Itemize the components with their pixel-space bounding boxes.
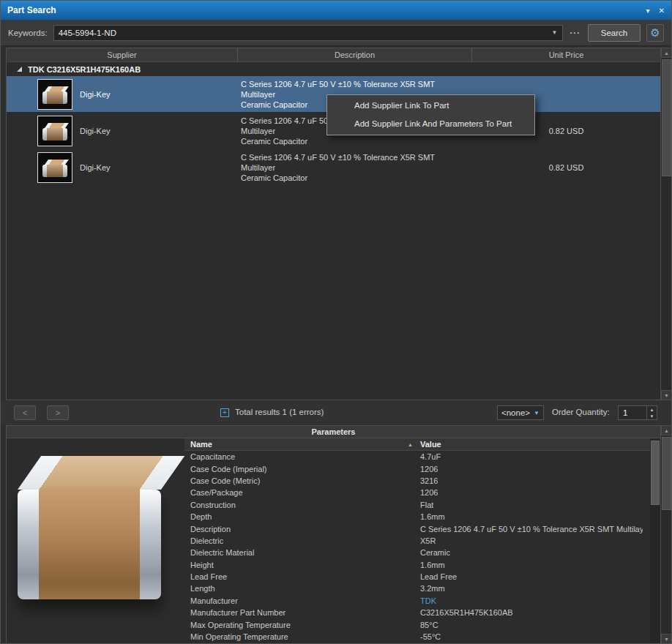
spin-up-icon[interactable]: ▲ xyxy=(647,406,657,413)
parameter-row[interactable]: Case Code (Imperial) 1206 xyxy=(184,463,650,474)
keywords-dropdown-icon[interactable]: ▼ xyxy=(552,29,558,36)
results-status-bar: < > + Total results 1 (1 errors) <none> … xyxy=(1,400,671,425)
settings-button[interactable]: ⚙ xyxy=(646,24,664,42)
menu-item-add-supplier-link-and-parameters[interactable]: Add Supplier Link And Parameters To Part xyxy=(327,115,534,133)
parameter-row[interactable]: Construction Flat xyxy=(184,499,650,511)
expand-results-icon[interactable]: + xyxy=(220,408,229,417)
context-menu: Add Supplier Link To Part Add Supplier L… xyxy=(326,94,535,135)
scroll-up-icon[interactable]: ▲ xyxy=(661,425,672,435)
close-icon[interactable]: ✕ xyxy=(659,7,665,15)
parameter-row[interactable]: Capacitance 4.7uF xyxy=(184,451,650,463)
part-search-panel: Part Search ▾ ✕ Keywords: 445-5994-1-ND … xyxy=(0,0,672,644)
parameter-row[interactable]: Manufacturer Part Number C3216X5R1H475K1… xyxy=(184,607,650,618)
keywords-input[interactable]: 445-5994-1-ND ▼ xyxy=(53,25,563,41)
description-line2: Ceramic Capacitor xyxy=(241,173,469,183)
panel-title: Part Search xyxy=(7,5,56,15)
supplier-name: Digi-Key xyxy=(80,90,111,99)
order-quantity-label: Order Quantity: xyxy=(552,408,610,416)
parameters-title: Parameters xyxy=(312,427,356,436)
parameter-row[interactable]: Description C Series 1206 4.7 uF 50 V ±1… xyxy=(184,523,650,534)
prev-icon: < xyxy=(23,408,27,417)
prev-page-button[interactable]: < xyxy=(14,405,36,420)
next-icon: > xyxy=(56,408,60,417)
column-header-unit-price[interactable]: Unit Price xyxy=(472,48,660,61)
search-toolbar: Keywords: 445-5994-1-ND ▼ ··· Search ⚙ xyxy=(1,20,671,46)
supplier-name: Digi-Key xyxy=(80,127,111,135)
parameters-scrollbar-thumb[interactable] xyxy=(651,441,660,505)
order-quantity-value: 1 xyxy=(619,406,646,419)
panel-menu-icon[interactable]: ▾ xyxy=(646,7,650,15)
parameter-row[interactable]: Length 3.2mm xyxy=(184,583,650,594)
parameter-row[interactable]: Max Operating Temperature 85°C xyxy=(184,618,650,630)
total-results-text: Total results 1 (1 errors) xyxy=(235,408,324,416)
parameters-outer-scrollbar[interactable]: ▲ ▼ xyxy=(661,425,672,644)
parameter-row[interactable]: Min Operating Temperature -55°C xyxy=(184,631,650,643)
parameters-scrollbar[interactable] xyxy=(650,438,660,644)
keywords-label: Keywords: xyxy=(8,29,48,37)
filter-dropdown-value: <none> xyxy=(501,408,530,417)
part-thumbnail-image xyxy=(37,79,72,110)
keywords-value: 445-5994-1-ND xyxy=(59,29,116,37)
table-row[interactable]: Digi-Key C Series 1206 4.7 uF 50 V ±10 %… xyxy=(7,149,660,186)
scroll-down-icon[interactable]: ▼ xyxy=(661,634,672,644)
parameter-row[interactable]: Case Code (Metric) 3216 xyxy=(184,475,650,487)
part-preview-image xyxy=(7,438,184,644)
parameters-table-header: Name ▲ Value xyxy=(184,438,650,451)
chevron-down-icon: ▼ xyxy=(534,410,540,416)
part-thumbnail-image xyxy=(37,152,72,183)
parameter-row[interactable]: Manufacturer TDK xyxy=(184,595,650,607)
parameter-row[interactable]: Depth 1.6mm xyxy=(184,511,650,523)
column-header-value[interactable]: Value xyxy=(419,440,441,449)
parameters-table: Name ▲ Value Capacitance 4.7uF Case Code… xyxy=(184,438,650,643)
unit-price: 0.82 USD xyxy=(472,149,660,185)
description-line2: Ceramic Capacitor xyxy=(241,136,469,146)
description-line1: C Series 1206 4.7 uF 50 V ±10 % Toleranc… xyxy=(241,152,469,173)
filter-dropdown[interactable]: <none> ▼ xyxy=(497,405,544,420)
parameter-row[interactable]: Dielectric X5R xyxy=(184,535,650,547)
result-group-row[interactable]: TDK C3216X5R1H475K160AB xyxy=(7,62,660,76)
more-options-button[interactable]: ··· xyxy=(569,29,583,37)
results-header-row: Supplier Description Unit Price xyxy=(7,48,660,62)
parameter-row[interactable]: Dielectric Material Ceramic xyxy=(184,547,650,558)
parameters-section-header: Parameters xyxy=(6,425,661,438)
parameters-section: Name ▲ Value Capacitance 4.7uF Case Code… xyxy=(6,438,661,644)
parameter-row[interactable]: Case/Package 1206 xyxy=(184,487,650,498)
scroll-down-icon[interactable]: ▼ xyxy=(661,390,672,400)
sort-ascending-icon: ▲ xyxy=(408,442,413,447)
title-bar: Part Search ▾ ✕ xyxy=(1,1,671,20)
group-label: TDK C3216X5R1H475K160AB xyxy=(28,65,141,74)
parameter-row[interactable]: Lead Free Lead Free xyxy=(184,571,650,583)
menu-item-add-supplier-link[interactable]: Add Supplier Link To Part xyxy=(327,97,534,115)
capacitor-front-face xyxy=(18,490,161,599)
parameter-row[interactable]: Height 1.6mm xyxy=(184,559,650,571)
group-expanded-icon[interactable] xyxy=(17,67,22,72)
manufacturer-link[interactable]: TDK xyxy=(419,596,436,605)
column-header-name[interactable]: Name ▲ xyxy=(184,438,419,450)
results-scrollbar[interactable]: ▲ ▼ xyxy=(661,48,672,400)
gear-icon: ⚙ xyxy=(650,26,660,40)
search-button[interactable]: Search xyxy=(588,24,641,42)
column-header-supplier[interactable]: Supplier xyxy=(7,48,238,61)
capacitor-top-face xyxy=(18,456,184,490)
scroll-up-icon[interactable]: ▲ xyxy=(661,48,672,58)
spin-down-icon[interactable]: ▼ xyxy=(647,413,657,419)
parameters-outer-scrollbar-thumb[interactable] xyxy=(662,437,671,510)
results-scrollbar-thumb[interactable] xyxy=(662,59,671,176)
order-quantity-stepper[interactable]: 1 ▲ ▼ xyxy=(618,405,657,420)
part-thumbnail-image xyxy=(37,116,72,146)
next-page-button[interactable]: > xyxy=(47,405,69,420)
column-header-description[interactable]: Description xyxy=(238,48,472,61)
supplier-name: Digi-Key xyxy=(80,163,111,172)
